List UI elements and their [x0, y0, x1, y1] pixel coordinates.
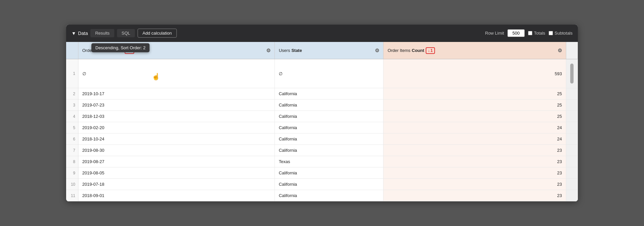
- row-number: 3: [66, 100, 78, 111]
- cell-created-date: 2019-10-17: [78, 88, 274, 100]
- row-number: 4: [66, 111, 78, 122]
- data-label: Data: [78, 31, 88, 36]
- main-window: ▼ Data Descending, Sort Order: 2 Results…: [66, 25, 578, 202]
- add-calculation-button[interactable]: Add calculation: [138, 29, 177, 38]
- table-row: 3 2019-07-23 California 25: [66, 100, 578, 111]
- cell-created-date: 2018-12-03: [78, 111, 274, 122]
- sort-badge-count[interactable]: ↓ 1: [426, 47, 435, 54]
- table-body: 1 ∅ ∅ 593 2 2019-10-17 California 25 3 2…: [66, 59, 578, 201]
- table-row: 5 2019-02-20 California 24: [66, 122, 578, 133]
- cell-users-state: ∅: [274, 59, 383, 88]
- cell-order-items-count: 593: [383, 59, 566, 88]
- row-number: 5: [66, 122, 78, 133]
- toolbar: ▼ Data Descending, Sort Order: 2 Results…: [66, 25, 578, 42]
- row-number: 2: [66, 88, 78, 100]
- scrollbar-cell: [566, 133, 578, 145]
- scrollbar-cell: [566, 122, 578, 133]
- cell-order-items-count: 23: [383, 156, 566, 167]
- cell-users-state: California: [274, 88, 383, 100]
- cell-users-state: Texas: [274, 156, 383, 167]
- scrollbar-cell: [566, 179, 578, 190]
- cell-order-items-count: 25: [383, 88, 566, 100]
- cell-created-date: 2019-08-27: [78, 156, 274, 167]
- cell-order-items-count: 24: [383, 133, 566, 145]
- cell-order-items-count: 23: [383, 190, 566, 201]
- cell-users-state: California: [274, 133, 383, 145]
- subtotals-checkbox[interactable]: [549, 31, 553, 35]
- cell-order-items-count: 23: [383, 167, 566, 179]
- cell-users-state: California: [274, 179, 383, 190]
- totals-checkbox-label[interactable]: Totals: [528, 31, 545, 36]
- row-number: 11: [66, 190, 78, 201]
- scrollbar-cell: [566, 100, 578, 111]
- cell-users-state: California: [274, 190, 383, 201]
- data-table: Orders Created Date ↓ 2 ⚙: [66, 42, 578, 202]
- toolbar-left: ▼ Data Descending, Sort Order: 2 Results…: [71, 29, 483, 38]
- row-number: 8: [66, 156, 78, 167]
- tab-results[interactable]: Results: [90, 29, 114, 37]
- table-row: 7 2019-08-30 California 23: [66, 145, 578, 156]
- cell-users-state: California: [274, 122, 383, 133]
- toolbar-right: Row Limit Totals Subtotals: [485, 29, 573, 37]
- cell-created-date: 2019-07-18: [78, 179, 274, 190]
- subtotals-checkbox-label[interactable]: Subtotals: [549, 31, 573, 36]
- gear-icon-users-state[interactable]: ⚙: [375, 48, 379, 54]
- cell-order-items-count: 23: [383, 145, 566, 156]
- cell-created-date: 2019-07-23: [78, 100, 274, 111]
- cell-users-state: California: [274, 145, 383, 156]
- scrollbar-cell: [566, 88, 578, 100]
- scrollbar-cell: [566, 156, 578, 167]
- row-num-header: [66, 42, 78, 59]
- col-header-users-state: Users State ⚙: [274, 42, 383, 59]
- cell-created-date: 2018-09-01: [78, 190, 274, 201]
- totals-checkbox[interactable]: [528, 31, 532, 35]
- gear-icon-order-items-count[interactable]: ⚙: [558, 48, 562, 54]
- row-number: 1: [66, 59, 78, 88]
- gear-icon-created-date[interactable]: ⚙: [266, 48, 270, 54]
- cell-order-items-count: 23: [383, 179, 566, 190]
- scrollbar-header: [566, 42, 578, 59]
- table-row: 10 2019-07-18 California 23: [66, 179, 578, 190]
- table-row: 8 2019-08-27 Texas 23: [66, 156, 578, 167]
- col-header-order-items-count: Order Items Count ↓ 1 ⚙: [383, 42, 566, 59]
- cell-users-state: California: [274, 100, 383, 111]
- tab-sql[interactable]: SQL: [117, 29, 135, 37]
- row-number: 10: [66, 179, 78, 190]
- table-row: 2 2019-10-17 California 25: [66, 88, 578, 100]
- cell-order-items-count: 25: [383, 100, 566, 111]
- table-row: 9 2019-08-05 California 23: [66, 167, 578, 179]
- cell-users-state: California: [274, 167, 383, 179]
- triangle-icon: ▼: [71, 31, 76, 36]
- cell-created-date: 2019-08-05: [78, 167, 274, 179]
- scrollbar-cell: [566, 59, 578, 88]
- cell-order-items-count: 24: [383, 122, 566, 133]
- cell-created-date: 2019-02-20: [78, 122, 274, 133]
- scrollbar-cell: [566, 190, 578, 201]
- table-row: 4 2018-12-03 California 25: [66, 111, 578, 122]
- table-row: 1 ∅ ∅ 593: [66, 59, 578, 88]
- cell-order-items-count: 25: [383, 111, 566, 122]
- table-row: 6 2018-10-24 California 24: [66, 133, 578, 145]
- row-number: 6: [66, 133, 78, 145]
- scrollbar-cell: [566, 167, 578, 179]
- row-limit-label: Row Limit: [485, 31, 504, 36]
- row-limit-input[interactable]: [507, 29, 525, 37]
- cell-created-date: ∅: [78, 59, 274, 88]
- scrollbar-cell: [566, 111, 578, 122]
- data-toggle[interactable]: ▼ Data Descending, Sort Order: 2: [71, 31, 88, 36]
- cell-created-date: 2018-10-24: [78, 133, 274, 145]
- cell-users-state: California: [274, 111, 383, 122]
- table-row: 11 2018-09-01 California 23: [66, 190, 578, 201]
- scrollbar-cell: [566, 145, 578, 156]
- cell-created-date: 2019-08-30: [78, 145, 274, 156]
- row-number: 7: [66, 145, 78, 156]
- table-container: Orders Created Date ↓ 2 ⚙: [66, 42, 578, 202]
- row-number: 9: [66, 167, 78, 179]
- sort-tooltip: Descending, Sort Order: 2: [91, 43, 150, 52]
